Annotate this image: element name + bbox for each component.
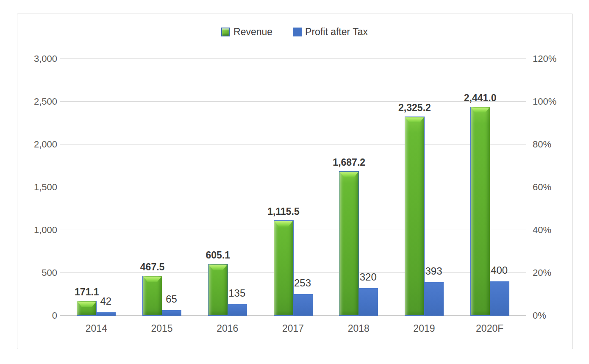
revenue-swatch-icon <box>221 28 230 36</box>
revenue-value-label: 2,441.0 <box>464 92 497 104</box>
right-axis-tick: 40% <box>533 225 573 236</box>
profit-bar: 253 <box>293 294 313 316</box>
right-axis-tick: 80% <box>533 139 573 150</box>
category-group: 605.1135 <box>194 59 260 316</box>
chart-canvas: Revenue Profit after Tax 3,000 2,500 2,0… <box>0 0 589 364</box>
revenue-value-label: 605.1 <box>206 250 231 261</box>
legend-item-revenue: Revenue <box>221 26 272 38</box>
profit-value-label: 400 <box>491 264 508 276</box>
category-group: 467.565 <box>129 59 195 316</box>
chart-legend: Revenue Profit after Tax <box>0 26 589 38</box>
revenue-value-label: 1,115.5 <box>267 206 299 217</box>
left-axis-tick: 1,000 <box>17 225 57 236</box>
profit-bar: 393 <box>424 282 444 316</box>
profit-value-label: 42 <box>100 295 112 307</box>
revenue-bar: 467.5 <box>142 276 162 316</box>
revenue-bar: 2,441.0 <box>470 107 490 316</box>
profit-swatch-icon <box>293 28 302 36</box>
category-group: 1,115.5253 <box>260 59 326 316</box>
profit-bar: 400 <box>489 281 509 316</box>
right-axis-tick: 100% <box>533 96 573 107</box>
right-axis-tick: 60% <box>533 182 573 193</box>
category-label: 2014 <box>64 323 129 334</box>
profit-bar: 320 <box>358 288 378 316</box>
revenue-value-label: 171.1 <box>75 286 99 298</box>
category-label: 2018 <box>326 323 392 334</box>
left-axis-tick: 1,500 <box>17 182 57 193</box>
left-axis-tick: 2,500 <box>17 96 57 107</box>
category-axis: 2014 2015 2016 2017 2018 2019 2020F <box>64 323 522 334</box>
plot-area: 171.142467.565605.11351,115.52531,687.23… <box>64 59 522 316</box>
category-label: 2017 <box>260 323 326 334</box>
right-axis-tick: 120% <box>533 53 573 64</box>
profit-bar: 135 <box>227 304 247 316</box>
revenue-bar: 1,115.5 <box>274 220 294 316</box>
category-group: 2,441.0400 <box>457 59 522 316</box>
left-axis-tick: 0 <box>17 310 57 321</box>
category-label: 2016 <box>194 323 260 334</box>
profit-value-label: 135 <box>228 287 245 299</box>
category-label: 2015 <box>129 323 195 334</box>
category-group: 1,687.2320 <box>326 59 392 316</box>
revenue-bar: 1,687.2 <box>339 171 359 316</box>
legend-label-profit: Profit after Tax <box>305 26 368 38</box>
right-axis-tick: 20% <box>533 267 573 278</box>
category-group: 171.142 <box>64 59 129 316</box>
category-group: 2,325.2393 <box>392 59 457 316</box>
revenue-value-label: 1,687.2 <box>333 157 365 168</box>
profit-bar: 65 <box>161 310 181 316</box>
profit-value-label: 253 <box>294 277 311 289</box>
left-axis-tick: 3,000 <box>17 53 57 64</box>
revenue-bar: 2,325.2 <box>405 117 425 316</box>
category-label: 2019 <box>392 323 457 334</box>
legend-item-profit: Profit after Tax <box>293 26 368 38</box>
category-label: 2020F <box>457 323 522 334</box>
left-axis-tick: 500 <box>17 267 57 278</box>
profit-value-label: 393 <box>425 265 442 277</box>
left-axis-tick: 2,000 <box>17 139 57 150</box>
profit-bar: 42 <box>96 312 116 316</box>
revenue-value-label: 467.5 <box>140 261 165 273</box>
profit-value-label: 65 <box>166 293 177 305</box>
revenue-value-label: 2,325.2 <box>398 102 431 114</box>
right-axis-tick: 0% <box>533 310 573 321</box>
revenue-bar: 605.1 <box>208 264 228 316</box>
left-value-axis: 3,000 2,500 2,000 1,500 1,000 500 0 <box>17 59 57 316</box>
revenue-bar: 171.1 <box>77 301 97 316</box>
profit-value-label: 320 <box>360 271 377 283</box>
right-percent-axis: 120% 100% 80% 60% 40% 20% 0% <box>533 59 573 316</box>
legend-label-revenue: Revenue <box>233 26 272 38</box>
